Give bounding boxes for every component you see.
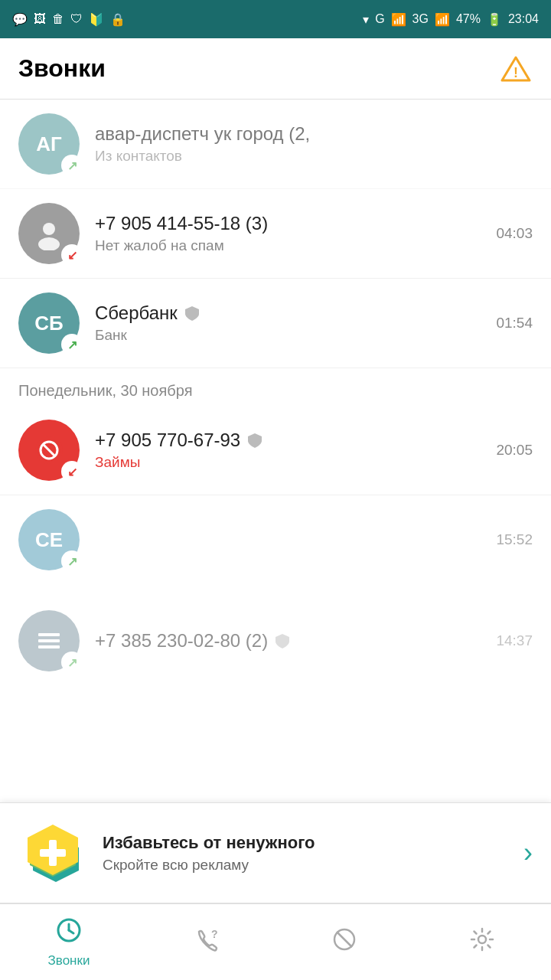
block-circle-icon (35, 436, 63, 464)
shield-blocked-icon (246, 432, 263, 449)
section-header-monday: Понедельник, 30 ноября (0, 368, 551, 406)
svg-line-5 (43, 444, 55, 456)
signal-bar2: 📶 (435, 12, 450, 27)
svg-line-19 (337, 932, 352, 947)
ad-subtitle: Скройте всю рекламу (103, 857, 514, 874)
svg-rect-11 (38, 633, 60, 636)
avatar-sberbank: СБ ↗ (18, 292, 80, 354)
lock-icon: 🔒 (110, 12, 126, 27)
svg-point-3 (38, 237, 60, 250)
nav-calls-label: Звонки (48, 953, 90, 969)
person-icon (32, 217, 66, 250)
call-item-blocked[interactable]: ↙ +7 905 770-67-93 Займы 20:05 (0, 406, 551, 495)
call-name-phone1: +7 905 414-55-18 (3) (95, 213, 487, 234)
call-direction-icon-ce: ↗ (61, 550, 83, 572)
phone-question-icon: ? (193, 926, 220, 959)
call-time-ce: 15:52 (496, 531, 533, 548)
call-sub-phone1: Нет жалоб на спам (95, 237, 487, 254)
call-name-blocked: +7 905 770-67-93 (95, 430, 487, 451)
call-info-sberbank: Сбербанк Банк (95, 302, 487, 344)
svg-point-2 (43, 223, 55, 235)
call-time-phone1: 04:03 (496, 225, 533, 242)
call-item-sberbank[interactable]: СБ ↗ Сбербанк Банк 01:54 (0, 279, 551, 368)
call-item-ce[interactable]: CE ↗ 15:52 (0, 495, 551, 584)
svg-rect-13 (38, 645, 60, 648)
call-sub-ag: Из контактов (95, 148, 523, 165)
nav-settings[interactable] (429, 926, 536, 959)
call-info-partial-bottom: +7 385 230-02-80 (2) (95, 630, 496, 652)
signal-bar1: 📶 (391, 12, 406, 27)
ad-banner[interactable]: Избавьтесь от ненужного Скройте всю рекл… (0, 802, 551, 903)
block-nav-icon (331, 926, 358, 959)
svg-line-16 (69, 930, 73, 933)
call-info-phone1: +7 905 414-55-18 (3) Нет жалоб на спам (95, 213, 487, 254)
svg-text:!: ! (514, 65, 518, 80)
call-info-ag: авар-диспетч ук город (2, Из контактов (95, 123, 523, 165)
status-right: ▾ G 📶 3G 📶 47% 🔋 23:04 (363, 12, 539, 27)
warning-button[interactable]: ! (499, 52, 533, 86)
call-sub-blocked: Займы (95, 454, 487, 471)
svg-text:?: ? (211, 928, 218, 940)
call-info-ce (95, 538, 487, 541)
shield1-icon: 🛡 (70, 12, 83, 26)
ad-logo (18, 818, 87, 887)
call-sub-sberbank: Банк (95, 327, 487, 344)
page-title: Звонки (18, 54, 106, 83)
battery-percent: 47% (456, 12, 481, 26)
avatar-ce: CE ↗ (18, 509, 80, 570)
time-display: 23:04 (508, 12, 539, 26)
call-direction-icon-sberbank: ↗ (61, 334, 83, 355)
call-direction-icon-phone1: ↙ (61, 244, 83, 266)
avatar-ag: АГ ↗ (18, 113, 80, 175)
nav-block-list[interactable] (291, 926, 398, 959)
ad-chevron-right-icon: › (523, 837, 533, 869)
gallery-icon: 🖼 (34, 12, 46, 26)
battery-icon: 🔋 (487, 12, 502, 27)
svg-point-20 (478, 936, 486, 943)
shield-partial-bottom-icon (274, 632, 291, 649)
settings-gear-icon (468, 926, 496, 959)
call-time-blocked: 20:05 (496, 442, 533, 459)
verified-shield-icon (184, 305, 201, 322)
status-bar: 💬 🖼 🗑 🛡 🔰 🔒 ▾ G 📶 3G 📶 47% 🔋 23:04 (0, 0, 551, 38)
wifi-icon: ▾ (363, 12, 369, 27)
call-list: АГ ↗ авар-диспетч ук город (2, Из контак… (0, 100, 551, 584)
status-icons-left: 💬 🖼 🗑 🛡 🔰 🔒 (12, 12, 126, 27)
call-direction-icon-blocked: ↙ (61, 461, 83, 482)
avatar-partial-bottom: ↗ (18, 610, 80, 671)
warning-triangle-icon: ! (500, 55, 531, 83)
call-time-sberbank: 01:54 (496, 315, 533, 332)
svg-rect-10 (40, 849, 66, 857)
ad-text: Избавьтесь от ненужного Скройте всю рекл… (103, 832, 514, 874)
nav-unknown-calls[interactable]: ? (153, 926, 260, 959)
call-item-ag[interactable]: АГ ↗ авар-диспетч ук город (2, Из контак… (0, 100, 551, 189)
clock-icon (55, 916, 83, 950)
whatsapp-icon: 💬 (12, 12, 28, 27)
ad-title: Избавьтесь от ненужного (103, 832, 514, 854)
nav-calls[interactable]: Звонки (15, 916, 122, 969)
trash-icon: 🗑 (52, 12, 64, 26)
svg-rect-12 (38, 639, 60, 642)
signal-g-icon: G (375, 12, 384, 26)
call-item-partial-bottom[interactable]: ↗ +7 385 230-02-80 (2) 14:37 (0, 599, 551, 682)
avatar-blocked: ↙ (18, 420, 80, 481)
call-direction-icon-ag: ↗ (61, 155, 83, 176)
shield2-icon: 🔰 (89, 12, 104, 27)
call-info-blocked: +7 905 770-67-93 Займы (95, 430, 487, 471)
avatar-phone1: ↙ (18, 203, 80, 264)
app-bar: Звонки ! (0, 38, 551, 100)
call-item-phone1[interactable]: ↙ +7 905 414-55-18 (3) Нет жалоб на спам… (0, 189, 551, 279)
call-name-ag: авар-диспетч ук город (2, (95, 123, 523, 145)
call-direction-bottom: ↗ (61, 652, 83, 673)
signal-3g-icon: 3G (412, 12, 429, 26)
call-name-partial-bottom: +7 385 230-02-80 (2) (95, 630, 496, 652)
call-time-partial-bottom: 14:37 (496, 632, 533, 649)
call-name-sberbank: Сбербанк (95, 302, 487, 324)
bottom-nav: Звонки ? (0, 903, 551, 980)
